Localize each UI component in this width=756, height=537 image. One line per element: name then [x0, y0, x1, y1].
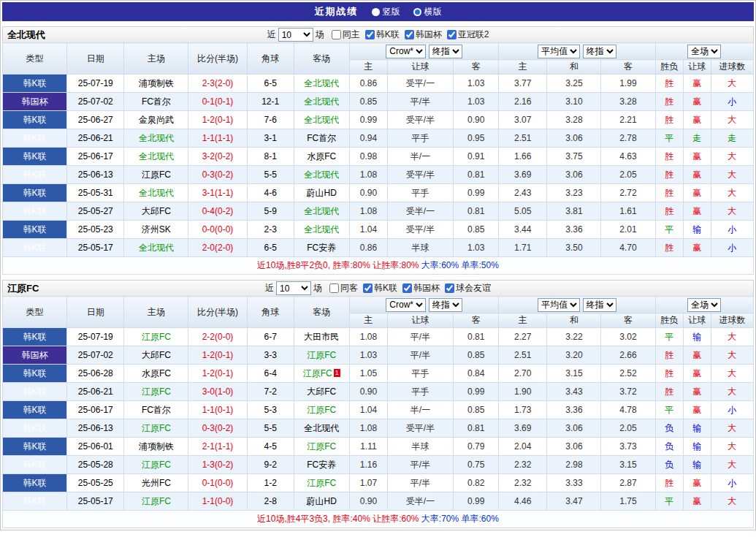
layout-vertical-option[interactable]: 竖版	[372, 6, 400, 18]
date-cell: 25-05-25	[67, 474, 124, 492]
score-cell: 1-2(0-1)	[188, 346, 247, 365]
match-row: 韩K联25-05-31全北现代3-1(1-1)4-6蔚山HD0.90平手0.99…	[3, 184, 754, 202]
home-team-cell: 浦项制铁	[124, 438, 188, 456]
asian-home-odds-cell: 0.86	[349, 239, 387, 257]
summary-segment: 让胜率:60%	[373, 514, 421, 524]
match-row: 韩K联25-05-17全北现代2-0(2-0)6-5FC安养0.86半球1.03…	[3, 239, 754, 257]
filter-checkbox[interactable]	[447, 30, 457, 39]
filter-checkbox[interactable]	[405, 30, 414, 39]
euro-draw-odds-cell: 2.98	[547, 456, 601, 474]
euro-home-odds-cell: 2.32	[499, 456, 547, 474]
corner-cell: 4-5	[247, 438, 294, 456]
filter-option[interactable]: 亚冠联2	[447, 28, 489, 41]
corner-cell: 2-8	[247, 492, 294, 511]
bookmaker-select[interactable]: Crow*	[386, 298, 426, 312]
asian-home-odds-cell: 1.08	[349, 419, 387, 438]
match-count-select[interactable]: 10	[278, 28, 313, 42]
handicap-cell: 受平/半	[387, 419, 453, 438]
date-cell: 25-05-28	[67, 456, 124, 474]
handicap-cell: 平手	[387, 184, 453, 202]
corner-cell: 6-5	[247, 75, 294, 93]
score-cell: 0-1(0-1)	[188, 93, 247, 111]
fulltime-header: 全场	[655, 297, 753, 313]
wdl-result-cell: 胜	[655, 239, 683, 257]
away-team-cell: 全北现代	[294, 166, 349, 184]
filter-option[interactable]: 韩K联	[365, 28, 400, 41]
full-match-select[interactable]: 全场	[687, 45, 721, 58]
wdl-result-cell: 胜	[655, 93, 683, 111]
score-cell: 1-1(0-1)	[188, 401, 247, 419]
wdl-result-cell: 平	[655, 129, 683, 148]
match-count-select[interactable]: 10	[276, 281, 311, 295]
col-type-header: 类型	[3, 43, 67, 75]
summary-segment: 单率:60%	[462, 514, 499, 524]
filter-checkbox[interactable]	[365, 30, 375, 39]
corner-cell: 3-3	[247, 346, 294, 365]
goals-result-cell: 走	[711, 129, 753, 148]
handicap-result-cell: 赢	[683, 93, 711, 111]
page: 近期战绩 竖版 横版 全北现代 近 10 场 同主韩K联韩国杯亚冠联2	[0, 0, 756, 530]
home-team-cell: 大邱FC	[124, 346, 188, 365]
radio-unselected-icon[interactable]	[372, 8, 380, 16]
filter-checkbox[interactable]	[402, 283, 412, 293]
final-index-select2[interactable]: 终指	[583, 298, 616, 312]
away-team-cell: FC首尔	[294, 129, 349, 148]
score-cell: 3-2(0-2)	[188, 148, 247, 166]
handicap-result-cell: 输	[683, 221, 711, 239]
full-match-select[interactable]: 全场	[687, 298, 721, 312]
euro-away-odds-cell: 1.61	[601, 202, 655, 221]
filter-option[interactable]: 韩国杯	[405, 28, 442, 41]
filter-option[interactable]: 球会友谊	[445, 282, 491, 294]
euro-home-odds-cell: 3.69	[499, 419, 547, 438]
filter-option[interactable]: 同客	[329, 282, 358, 294]
bookmaker-select[interactable]: Crow*	[386, 45, 426, 58]
summary-row: 近10场,胜4平3负3, 胜率:40% 让胜率:60% 大率:70% 单率:60…	[2, 511, 754, 528]
home-team-cell: FC首尔	[124, 401, 188, 419]
wdl-result-cell: 胜	[655, 474, 683, 492]
filter-option[interactable]: 韩国杯	[402, 282, 440, 294]
col-score-header: 比分(半场)	[188, 43, 247, 75]
col-corner-header: 角球	[247, 297, 294, 328]
away-team-cell: 大田市民	[294, 328, 349, 346]
filter-option[interactable]: 韩K联	[363, 282, 397, 294]
radio-selected-icon[interactable]	[413, 8, 421, 16]
average-select[interactable]: 平均值	[538, 45, 580, 58]
fulltime-header: 全场	[655, 43, 753, 60]
away-team-cell: 全北现代	[294, 202, 349, 221]
horizontal-option-label: 横版	[424, 6, 442, 18]
euro-home-odds-cell: 2.27	[499, 328, 547, 346]
final-index-select[interactable]: 终指	[429, 45, 462, 58]
col-date-header: 日期	[67, 43, 124, 75]
handicap-result-cell: 赢	[683, 401, 711, 419]
euro-away-odds-cell: 3.28	[601, 93, 655, 111]
filter-option[interactable]: 同主	[332, 28, 360, 41]
league-cell: 韩K联	[3, 166, 67, 184]
away-team-cell: 全北现代	[294, 419, 349, 438]
corner-cell: 12-1	[247, 93, 294, 111]
layout-horizontal-option[interactable]: 横版	[413, 6, 442, 18]
summary-segment: 单率:50%	[462, 260, 499, 270]
score-cell: 0-3(0-2)	[188, 419, 247, 438]
filter-checkbox[interactable]	[445, 283, 454, 293]
corner-cell: 6-5	[247, 239, 294, 257]
red-card-badge: 1	[334, 369, 340, 377]
match-row: 韩K联25-05-28江原FC1-3(0-2)9-2FC安养1.16平/半0.7…	[3, 456, 754, 474]
final-index-select2[interactable]: 终指	[583, 45, 616, 58]
filter-checkbox[interactable]	[363, 283, 373, 293]
handicap-cell: 平/半	[387, 346, 453, 365]
final-index-select[interactable]: 终指	[429, 298, 462, 312]
home-team-cell: 光州FC	[124, 474, 188, 492]
goals-result-cell: 大	[711, 328, 753, 346]
euro-away-odds-cell: 4.78	[601, 401, 655, 419]
goals-result-cell: 大	[711, 419, 753, 438]
handicap-cell: 平/半	[387, 474, 453, 492]
filter-checkbox[interactable]	[329, 283, 339, 293]
home-team-cell: FC首尔	[124, 93, 188, 111]
wdl-result-cell: 胜	[655, 184, 683, 202]
matches-label: 场	[313, 282, 322, 294]
summary-segment: 近10场,胜4平3负3,	[257, 514, 332, 524]
average-select[interactable]: 平均值	[538, 298, 580, 312]
handicap-result-cell: 输	[683, 456, 711, 474]
handicap-cell: 半球	[387, 438, 453, 456]
filter-checkbox[interactable]	[332, 30, 341, 39]
